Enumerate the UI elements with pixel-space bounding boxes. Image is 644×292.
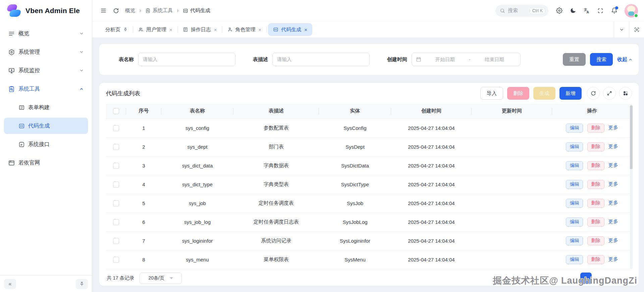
more-button[interactable]: 更多 (608, 143, 618, 150)
cell-description: 菜单权限表 (233, 250, 319, 269)
edit-button[interactable]: 编辑 (566, 217, 583, 227)
table-title: 代码生成列表 (106, 90, 140, 97)
tab-analysis[interactable]: 分析页 (100, 21, 133, 38)
search-button[interactable]: 搜索 (590, 53, 613, 66)
table-name-input[interactable] (138, 53, 235, 66)
collapse-filter-button[interactable]: 收起 (617, 56, 633, 63)
more-button[interactable]: 更多 (608, 256, 618, 262)
edit-button[interactable]: 编辑 (566, 142, 583, 151)
sidebar-item-system-monitor[interactable]: 系统监控 (4, 62, 88, 79)
cell-actions: 编辑 删除 更多 (552, 156, 632, 175)
row-checkbox[interactable] (113, 200, 119, 206)
edit-button[interactable]: 编辑 (566, 255, 583, 264)
delete-button[interactable]: 删除 (587, 124, 604, 133)
tab-operation-log[interactable]: 操作日志 × (178, 21, 222, 38)
row-checkbox[interactable] (113, 163, 119, 169)
edit-button[interactable]: 编辑 (566, 180, 583, 189)
more-button[interactable]: 更多 (608, 181, 618, 187)
language-button[interactable]: 文A (580, 4, 593, 17)
row-checkbox[interactable] (113, 182, 119, 188)
global-search-button[interactable]: 搜索 Ctrl K (495, 5, 548, 17)
delete-button[interactable]: 删除 (587, 236, 604, 245)
refresh-table-button[interactable] (587, 87, 600, 100)
edit-button[interactable]: 编辑 (566, 124, 583, 133)
breadcrumb-overview[interactable]: 概览 (125, 7, 135, 14)
sidebar-item-overview[interactable]: 概览 (4, 26, 88, 42)
row-checkbox[interactable] (113, 257, 119, 263)
delete-button[interactable]: 删除 (587, 255, 604, 264)
avatar[interactable] (625, 4, 638, 17)
row-checkbox[interactable] (113, 219, 119, 225)
sidebar-toggle-button[interactable] (97, 4, 110, 17)
sidebar-item-system-management[interactable]: 系统管理 (4, 44, 88, 60)
sidebar-collapse-button[interactable]: « (4, 279, 16, 289)
tabs-menu-button[interactable] (614, 21, 629, 38)
dark-mode-button[interactable] (567, 4, 579, 17)
sidebar-pin-button[interactable] (76, 279, 88, 289)
page-1-button[interactable]: 1 (580, 273, 592, 284)
more-button[interactable]: 更多 (608, 125, 618, 131)
chevron-down-icon (79, 50, 84, 54)
tab-user-management[interactable]: 用户管理 × (133, 21, 177, 38)
close-icon[interactable]: × (304, 27, 307, 32)
clipboard-search-icon (145, 8, 151, 13)
more-button[interactable]: 更多 (608, 218, 618, 225)
table-desc-input[interactable] (272, 53, 370, 66)
close-icon[interactable]: × (259, 27, 262, 32)
close-icon[interactable]: × (214, 27, 217, 32)
delete-button[interactable]: 删除 (587, 180, 604, 189)
tab-code-generation[interactable]: 代码生成 × (268, 23, 312, 36)
add-button[interactable]: 新增 (559, 87, 582, 100)
import-button[interactable]: 导入 (480, 87, 503, 100)
more-button[interactable]: 更多 (608, 200, 618, 206)
tab-role-management[interactable]: 角色管理 × (222, 21, 267, 38)
more-button[interactable]: 更多 (608, 162, 618, 168)
row-checkbox[interactable] (113, 144, 119, 150)
breadcrumb-system-tools[interactable]: 系统工具 (145, 7, 173, 14)
notifications-button[interactable] (608, 4, 621, 17)
row-checkbox[interactable] (113, 238, 119, 244)
fullscreen-icon (597, 8, 603, 14)
pin-icon[interactable] (123, 27, 128, 32)
delete-button[interactable]: 删除 (587, 161, 604, 170)
column-settings-button[interactable] (619, 87, 632, 100)
table-body: 1 sys_config 参数配置表 SysConfig 2025-04-27 … (106, 118, 632, 269)
fullscreen-button[interactable] (594, 4, 607, 17)
cell-index: 1 (126, 118, 161, 137)
cell-table-name: sys_logininfor (161, 231, 233, 250)
delete-button[interactable]: 删除 (587, 142, 604, 151)
breadcrumb-code-generation[interactable]: 代码生成 (183, 7, 210, 14)
content-maximize-button[interactable] (629, 21, 644, 38)
page-size-select[interactable]: 20条/页 (140, 273, 182, 284)
more-button[interactable]: 更多 (608, 237, 618, 244)
sidebar-item-form-builder[interactable]: 表单构建 (4, 99, 88, 115)
close-icon[interactable]: × (169, 27, 172, 32)
overview-icon (8, 30, 15, 37)
reset-button[interactable]: 重置 (563, 53, 586, 66)
sidebar-item-official-site[interactable]: 若依官网 (4, 155, 88, 171)
calendar-icon (416, 57, 421, 62)
column-header-created-at: 创建时间 (391, 104, 472, 118)
delete-button[interactable]: 删除 (587, 217, 604, 227)
select-all-checkbox[interactable] (113, 108, 119, 114)
row-checkbox[interactable] (113, 125, 119, 131)
table-card: 代码生成列表 导入 删除 生成 新增 (99, 83, 639, 286)
scrollbar-thumb[interactable] (630, 105, 633, 169)
topbar-actions: 搜索 Ctrl K 文A (495, 4, 638, 17)
table-fullscreen-button[interactable] (603, 87, 616, 100)
edit-button[interactable]: 编辑 (566, 236, 583, 245)
app-logo-icon (7, 3, 21, 18)
bulk-delete-button[interactable]: 删除 (507, 87, 529, 100)
edit-button[interactable]: 编辑 (566, 199, 583, 208)
cell-table-name: sys_config (161, 118, 233, 137)
date-range-picker[interactable]: 开始日期 - 结束日期 (412, 53, 521, 66)
edit-button[interactable]: 编辑 (566, 161, 583, 170)
sidebar-item-code-generation[interactable]: 代码生成 (4, 118, 88, 134)
delete-button[interactable]: 删除 (587, 199, 604, 208)
generate-button[interactable]: 生成 (533, 87, 555, 100)
refresh-page-button[interactable] (110, 4, 122, 17)
create-time-label: 创建时间 (387, 56, 407, 63)
settings-button[interactable] (553, 4, 566, 17)
sidebar-item-system-interface[interactable]: If 系统接口 (4, 136, 88, 152)
sidebar-item-system-tools[interactable]: 系统工具 (4, 81, 88, 97)
